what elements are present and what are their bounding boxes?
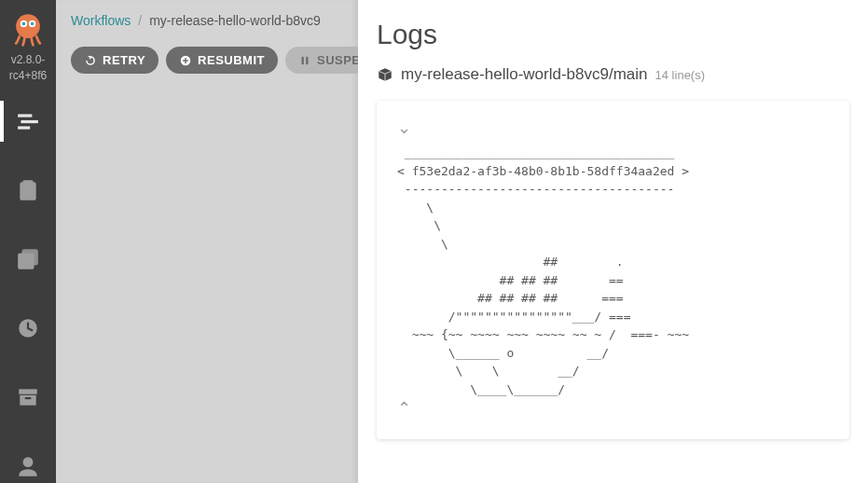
- svg-rect-8: [20, 182, 35, 200]
- nav-archived-workflows[interactable]: [7, 377, 48, 418]
- svg-rect-6: [21, 120, 37, 123]
- resubmit-button[interactable]: RESUBMIT: [166, 47, 278, 74]
- svg-point-0: [16, 14, 40, 38]
- retry-button[interactable]: RETRY: [71, 47, 158, 74]
- svg-point-4: [31, 22, 34, 26]
- line-count: 14 line(s): [655, 68, 705, 82]
- logs-subtitle: my-release-hello-world-b8vc9/main 14 lin…: [377, 65, 849, 84]
- nav-items: [0, 101, 56, 483]
- chevron-down-icon[interactable]: ⌄: [397, 117, 829, 138]
- svg-point-3: [22, 22, 26, 26]
- nav-cron-workflows[interactable]: [7, 308, 48, 349]
- svg-rect-9: [23, 180, 34, 184]
- nav-timeline[interactable]: [7, 101, 48, 142]
- nav-user[interactable]: [7, 446, 48, 483]
- breadcrumb-separator: /: [138, 13, 142, 28]
- box-icon: [377, 66, 393, 83]
- svg-rect-7: [18, 126, 30, 129]
- svg-rect-15: [25, 397, 32, 399]
- logo: [7, 7, 48, 48]
- breadcrumb-root-link[interactable]: Workflows: [71, 13, 131, 28]
- log-content: _____________________________________ < …: [397, 144, 829, 398]
- logs-panel: Logs my-release-hello-world-b8vc9/main 1…: [358, 0, 868, 483]
- svg-rect-18: [301, 56, 303, 63]
- svg-rect-5: [18, 114, 32, 117]
- resubmit-label: RESUBMIT: [198, 53, 265, 67]
- svg-rect-14: [20, 394, 35, 405]
- breadcrumb: Workflows / my-release-hello-world-b8vc9: [56, 0, 358, 41]
- undo-icon: [84, 54, 97, 67]
- nav-workflow-templates[interactable]: [7, 170, 48, 211]
- pod-path: my-release-hello-world-b8vc9/main: [401, 65, 648, 84]
- plus-circle-icon: [179, 54, 192, 67]
- logs-title: Logs: [377, 19, 849, 50]
- breadcrumb-current: my-release-hello-world-b8vc9: [149, 13, 321, 28]
- retry-label: RETRY: [103, 53, 145, 67]
- version-label: v2.8.0-rc4+8f6: [7, 52, 48, 84]
- svg-rect-11: [22, 249, 38, 265]
- nav-cluster-templates[interactable]: [7, 239, 48, 280]
- svg-rect-13: [19, 389, 37, 393]
- pause-icon: [298, 54, 311, 67]
- chevron-up-icon[interactable]: ⌃: [397, 398, 829, 419]
- svg-point-16: [23, 457, 34, 467]
- sidebar: v2.8.0-rc4+8f6: [0, 0, 56, 483]
- log-card: ⌄ _____________________________________ …: [377, 101, 849, 439]
- workflow-panel: Workflows / my-release-hello-world-b8vc9…: [56, 0, 358, 483]
- svg-rect-19: [306, 56, 308, 63]
- action-bar: RETRY RESUBMIT SUSPEND: [56, 41, 358, 85]
